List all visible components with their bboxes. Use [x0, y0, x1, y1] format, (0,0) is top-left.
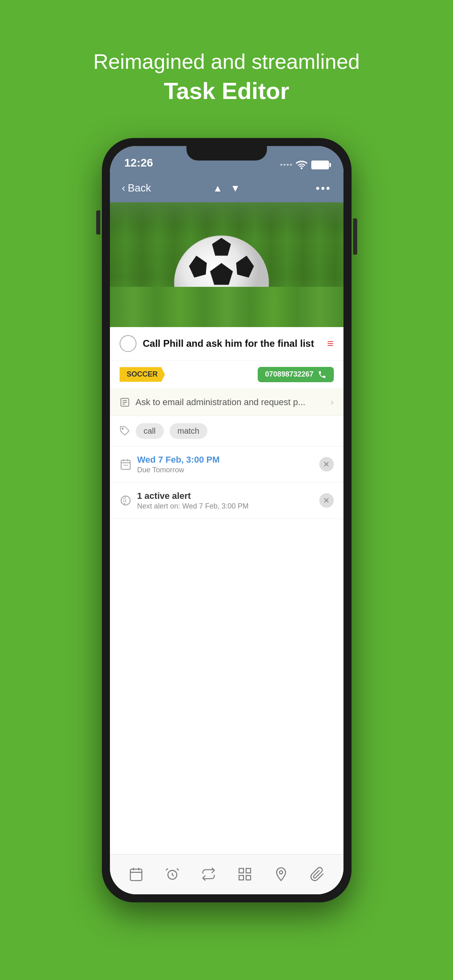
tab-calendar[interactable] [128, 867, 144, 882]
content-spacer [110, 519, 343, 854]
alert-clear-button[interactable]: ✕ [319, 493, 334, 508]
status-time: 12:26 [124, 156, 153, 169]
grid-tab-icon [237, 867, 252, 882]
hero-image [110, 202, 343, 327]
alert-info[interactable]: 1 active alert Next alert on: Wed 7 Feb,… [137, 491, 314, 511]
svg-rect-29 [239, 869, 243, 873]
nav-down-arrow[interactable]: ▼ [231, 183, 240, 194]
tab-attachment[interactable] [310, 867, 325, 882]
subtask-row[interactable]: Ask to email administration and request … [110, 389, 343, 416]
task-title-row: Call Phill and ask him for the final lis… [110, 327, 343, 360]
more-menu-button[interactable]: ••• [316, 182, 331, 195]
phone-notch [186, 146, 267, 161]
calendar-icon [120, 458, 132, 470]
due-date-row: Wed 7 Feb, 3:00 PM Due Tomorrow ✕ [110, 447, 343, 483]
task-tags-row: call match [110, 416, 343, 447]
phone-number: 070898732267 [265, 370, 313, 379]
svg-marker-7 [208, 308, 235, 325]
svg-marker-8 [189, 288, 209, 308]
wifi-icon [296, 161, 307, 169]
tab-repeat[interactable] [201, 867, 216, 882]
back-chevron-icon: ‹ [122, 182, 126, 194]
back-label: Back [128, 182, 151, 194]
status-icons [280, 161, 329, 169]
phone-icon [318, 370, 327, 379]
phone-tag[interactable]: 070898732267 [258, 367, 333, 382]
category-tags-row: SOCCER 070898732267 [110, 360, 343, 389]
header-subtitle: Reimagined and streamlined [93, 48, 360, 76]
signal-icon [280, 164, 292, 166]
nav-bar: ‹ Back ▲ ▼ ••• [110, 174, 343, 202]
tab-grid[interactable] [237, 867, 252, 882]
phone-screen: 12:26 ‹ Back ▲ ▼ •• [110, 146, 343, 894]
tab-location[interactable] [273, 867, 289, 882]
alarm-tab-icon [165, 867, 180, 882]
subtask-chevron-icon: › [331, 397, 333, 408]
back-button[interactable]: ‹ Back [122, 182, 151, 194]
tab-alarm[interactable] [165, 867, 180, 882]
calendar-tab-icon [128, 867, 144, 882]
alert-subtitle-text: Next alert on: Wed 7 Feb, 3:00 PM [137, 502, 314, 511]
svg-marker-6 [234, 288, 254, 308]
task-checkbox[interactable] [120, 335, 137, 352]
tag-call[interactable]: call [136, 423, 164, 439]
task-title: Call Phill and ask him for the final lis… [143, 337, 321, 350]
tag-icon [120, 426, 130, 436]
tag-match[interactable]: match [170, 423, 207, 439]
svg-point-2 [185, 323, 258, 327]
svg-point-15 [122, 428, 123, 429]
svg-rect-31 [239, 876, 243, 880]
phone-frame: 12:26 ‹ Back ▲ ▼ •• [102, 138, 352, 902]
header-title: Task Editor [93, 76, 360, 106]
due-label-text: Due Tomorrow [137, 466, 314, 474]
soccer-ball-image [169, 231, 274, 327]
repeat-tab-icon [201, 867, 216, 882]
alert-icon [120, 494, 132, 506]
svg-rect-30 [246, 869, 250, 873]
alert-row: 1 active alert Next alert on: Wed 7 Feb,… [110, 483, 343, 519]
svg-point-22 [125, 498, 126, 499]
task-menu-icon[interactable]: ≡ [327, 337, 333, 350]
due-date-text: Wed 7 Feb, 3:00 PM [137, 455, 314, 465]
nav-up-arrow[interactable]: ▲ [213, 183, 223, 194]
nav-arrows: ▲ ▼ [213, 183, 240, 194]
tab-bar [110, 854, 343, 894]
battery-icon [311, 161, 329, 169]
location-tab-icon [273, 867, 289, 882]
app-header: Reimagined and streamlined Task Editor [93, 48, 360, 106]
svg-rect-32 [246, 876, 250, 880]
subtask-icon [120, 397, 130, 408]
attachment-tab-icon [310, 867, 325, 882]
due-info[interactable]: Wed 7 Feb, 3:00 PM Due Tomorrow [137, 455, 314, 474]
svg-rect-24 [130, 869, 142, 881]
subtask-text: Ask to email administration and request … [136, 397, 325, 408]
svg-point-33 [279, 871, 283, 874]
alert-title-text: 1 active alert [137, 491, 314, 501]
soccer-tag[interactable]: SOCCER [120, 367, 165, 382]
due-date-clear-button[interactable]: ✕ [319, 457, 334, 471]
